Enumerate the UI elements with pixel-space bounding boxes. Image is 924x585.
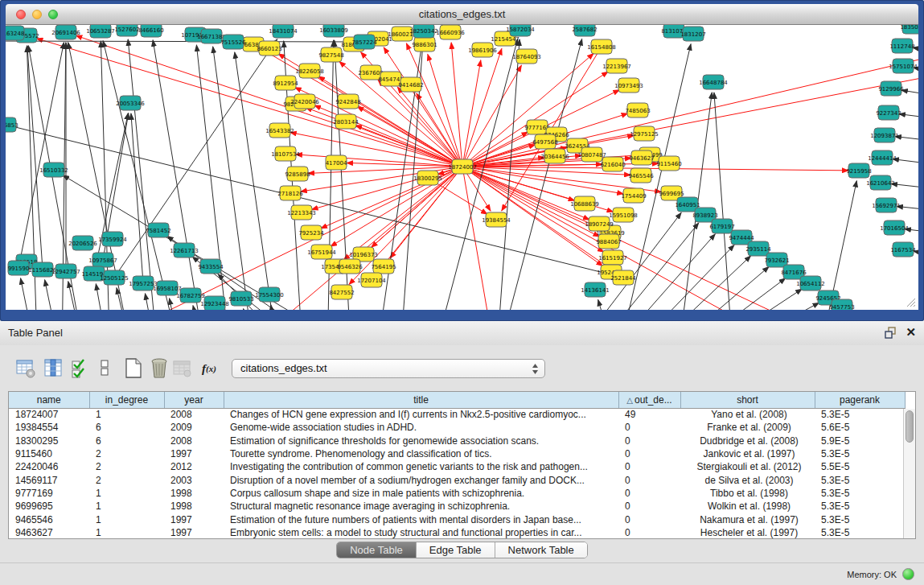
network-node[interactable]: 18226058 [295,64,324,78]
table-cell[interactable]: 1 [89,408,164,421]
network-node[interactable]: 9227343 [876,105,901,120]
network-node[interactable]: 16033809 [319,25,348,37]
close-panel-icon[interactable]: ✕ [906,326,916,339]
network-node[interactable]: 12942757 [51,264,80,278]
network-node[interactable]: 20364456 [540,149,569,163]
table-cell[interactable]: 2003 [164,473,224,486]
network-node[interactable]: 1167534 [890,242,916,257]
network-node[interactable]: 16154808 [587,39,616,54]
network-node[interactable]: 17554300 [255,287,284,302]
network-node[interactable]: 8466160 [138,25,163,37]
column-header-out_de[interactable]: △out_de... [618,392,680,408]
table-cell[interactable]: 5.3E-5 [815,487,905,500]
show-column-icon[interactable] [43,356,65,381]
table-cell[interactable]: Dudbridge et al. (2008) [680,435,815,447]
table-cell[interactable]: 5.6E-5 [815,421,905,434]
new-column-icon[interactable] [122,356,145,381]
resize-grip-icon[interactable] [904,295,917,308]
network-node[interactable]: 14136141 [581,282,610,297]
network-node[interactable]: 9414682 [398,77,423,92]
network-node[interactable]: 18724007 [448,159,477,174]
table-cell[interactable]: 2 [89,447,164,460]
network-node[interactable]: 6216040 [600,157,625,171]
table-row[interactable]: 1872400712008Changes of HCN gene express… [9,408,905,421]
table-cell[interactable]: 0 [618,421,680,434]
network-node[interactable]: 9215958 [846,163,871,178]
network-node[interactable]: 15872034 [506,25,535,36]
network-node[interactable]: 17359924 [98,232,127,246]
network-node[interactable]: 12261713 [170,243,199,257]
table-cell[interactable]: 9463627 [9,526,89,539]
table-row[interactable]: 946554611997Estimation of the future num… [9,513,905,525]
table-cell[interactable]: 1998 [164,500,224,513]
network-node[interactable]: 16151927 [598,250,627,265]
table-cell[interactable]: 2012 [164,460,224,473]
table-cell[interactable]: 5.3E-5 [815,473,905,486]
network-node[interactable]: 16210643 [866,175,895,190]
select-columns-icon[interactable] [68,356,91,381]
network-node[interactable]: 20053346 [116,96,145,110]
network-node[interactable]: 7564195 [371,259,396,274]
table-row[interactable]: 1456911722003Disruption of a novel membe… [9,473,905,486]
function-builder-icon[interactable]: f(x) [198,356,220,381]
table-cell[interactable]: 0 [618,473,680,486]
table-cell[interactable]: 5.3E-5 [815,500,905,513]
network-node[interactable]: 12093871 [870,128,899,142]
table-cell[interactable]: 0 [618,460,680,473]
network-node[interactable]: 16543382 [265,123,294,138]
network-node[interactable]: 991590 [8,261,30,275]
network-node[interactable]: 16648784 [699,75,728,89]
network-node[interactable]: 15692971 [872,198,901,212]
network-node[interactable]: 9884067 [596,234,621,249]
network-node[interactable]: 1754409 [621,188,646,203]
network-node[interactable]: 16751944 [307,245,336,259]
table-cell[interactable]: 2 [89,460,164,473]
table-cell[interactable]: 0 [618,513,680,525]
table-cell[interactable]: 2008 [164,408,224,421]
network-node[interactable]: 2803144 [333,114,359,129]
network-node[interactable]: 7581452 [146,223,170,237]
network-node[interactable]: 2587682 [572,25,597,36]
network-node[interactable]: 12923448 [200,296,229,310]
table-cell[interactable]: 6 [89,421,164,434]
network-node[interactable]: 9546326 [337,259,363,274]
network-node[interactable]: 7485063 [625,103,650,117]
tab-node-table[interactable]: Node Table [337,542,417,558]
table-cell[interactable]: 1997 [164,513,224,525]
network-node[interactable]: 18907249 [585,216,614,231]
table-cell[interactable]: Disruption of a novel member of a sodium… [224,473,618,486]
column-header-year[interactable]: year [164,392,224,408]
table-select-dropdown[interactable]: citations_edges.txt [232,359,545,378]
table-cell[interactable]: 2009 [164,421,224,434]
network-node[interactable]: 7515526 [220,35,246,49]
network-node[interactable]: 16510332 [39,163,68,177]
network-node[interactable]: 163248 [6,26,24,40]
table-mode-icon[interactable] [14,356,37,381]
network-node[interactable]: 18431074 [269,25,298,38]
table-cell[interactable]: Hescheler et al. (1997) [680,526,815,539]
table-cell[interactable]: 0 [618,435,680,447]
network-node[interactable]: 7857224 [351,35,377,49]
network-node[interactable]: 8660123 [257,41,281,56]
table-row[interactable]: 946362711997Embryonic stem cells: a mode… [9,526,905,539]
table-cell[interactable]: 1998 [164,487,224,500]
network-node[interactable]: 18107534 [271,146,300,161]
table-cell[interactable]: 1997 [164,526,224,539]
network-node[interactable]: 22420046 [290,94,319,109]
network-node[interactable]: 10653287 [86,25,115,38]
network-node[interactable]: 10654112 [796,276,825,290]
network-node[interactable]: 9457753 [829,299,854,310]
network-node[interactable]: 20206526 [68,236,97,250]
table-cell[interactable]: Wolkin et al. (1998) [680,500,815,513]
network-node[interactable]: 17207104 [357,273,386,287]
table-cell[interactable]: 18300295 [9,435,89,447]
network-node[interactable]: 12213967 [602,59,631,73]
table-row[interactable]: 969969511998Structural magnetic resonanc… [9,500,905,513]
network-node[interactable]: 12505125 [100,270,129,285]
table-cell[interactable]: Tourette syndrome. Phenomenology and cla… [224,447,618,460]
table-cell[interactable]: Changes of HCN gene expression and I(f) … [224,408,618,421]
network-node[interactable]: 10975867 [88,253,117,267]
table-cell[interactable]: 14569117 [9,473,89,486]
table-cell[interactable]: 9465546 [9,513,89,525]
table-cell[interactable]: de Silva et al. (2003) [680,473,815,486]
